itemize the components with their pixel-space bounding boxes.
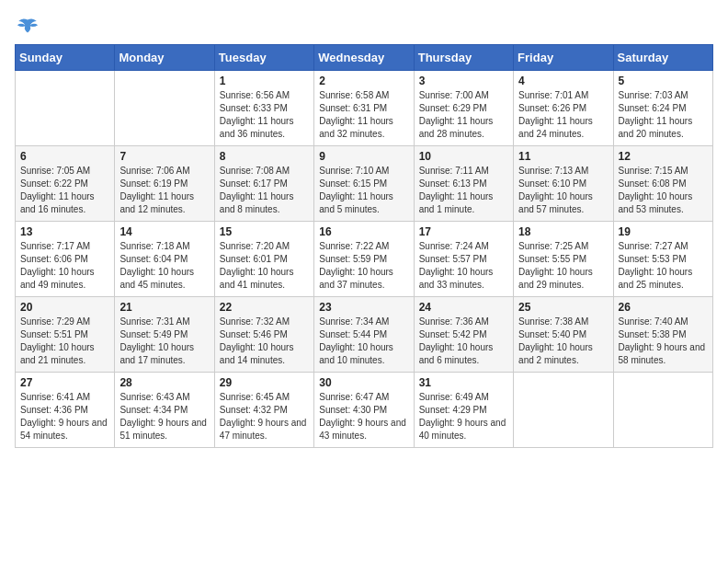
day-number: 5: [619, 75, 708, 87]
calendar-cell: 2Sunrise: 6:58 AMSunset: 6:31 PMDaylight…: [314, 71, 414, 146]
day-info: Sunrise: 7:00 AMSunset: 6:29 PMDaylight:…: [419, 89, 508, 141]
calendar-cell: 21Sunrise: 7:31 AMSunset: 5:49 PMDayligh…: [115, 297, 214, 373]
day-number: 22: [220, 301, 309, 314]
day-number: 9: [319, 150, 408, 163]
header-thursday: Thursday: [414, 45, 513, 71]
calendar-cell: 10Sunrise: 7:11 AMSunset: 6:13 PMDayligh…: [414, 146, 513, 222]
day-info: Sunrise: 7:22 AMSunset: 5:59 PMDaylight:…: [319, 240, 408, 292]
calendar-week-row: 1Sunrise: 6:56 AMSunset: 6:33 PMDaylight…: [16, 71, 713, 146]
day-info: Sunrise: 6:45 AMSunset: 4:32 PMDaylight:…: [220, 391, 309, 442]
day-info: Sunrise: 7:15 AMSunset: 6:08 PMDaylight:…: [619, 165, 708, 216]
day-number: 7: [119, 150, 209, 163]
header-saturday: Saturday: [613, 45, 712, 71]
day-info: Sunrise: 7:17 AMSunset: 6:06 PMDaylight:…: [20, 240, 109, 292]
calendar-cell: 25Sunrise: 7:38 AMSunset: 5:40 PMDayligh…: [514, 297, 613, 373]
calendar-header-row: SundayMondayTuesdayWednesdayThursdayFrid…: [16, 45, 713, 71]
day-info: Sunrise: 7:01 AMSunset: 6:26 PMDaylight:…: [518, 89, 608, 141]
header-monday: Monday: [115, 45, 214, 71]
calendar-week-row: 20Sunrise: 7:29 AMSunset: 5:51 PMDayligh…: [16, 297, 713, 373]
day-number: 16: [319, 225, 408, 238]
day-info: Sunrise: 7:06 AMSunset: 6:19 PMDaylight:…: [119, 165, 209, 216]
day-number: 2: [319, 75, 408, 87]
calendar-cell: 3Sunrise: 7:00 AMSunset: 6:29 PMDaylight…: [414, 71, 513, 146]
calendar-cell: 6Sunrise: 7:05 AMSunset: 6:22 PMDaylight…: [16, 146, 115, 222]
day-info: Sunrise: 6:56 AMSunset: 6:33 PMDaylight:…: [220, 89, 309, 141]
calendar-cell: 7Sunrise: 7:06 AMSunset: 6:19 PMDaylight…: [115, 146, 214, 222]
calendar-cell: 5Sunrise: 7:03 AMSunset: 6:24 PMDaylight…: [613, 71, 712, 146]
day-number: 10: [419, 150, 508, 163]
calendar-cell: 27Sunrise: 6:41 AMSunset: 4:36 PMDayligh…: [16, 373, 115, 448]
calendar-cell: 26Sunrise: 7:40 AMSunset: 5:38 PMDayligh…: [613, 297, 712, 373]
calendar-cell: 15Sunrise: 7:20 AMSunset: 6:01 PMDayligh…: [214, 222, 313, 297]
day-info: Sunrise: 6:43 AMSunset: 4:34 PMDaylight:…: [119, 391, 209, 442]
day-number: 3: [419, 75, 508, 87]
calendar-cell: [613, 373, 712, 448]
calendar-week-row: 27Sunrise: 6:41 AMSunset: 4:36 PMDayligh…: [16, 373, 713, 448]
day-info: Sunrise: 7:36 AMSunset: 5:42 PMDaylight:…: [419, 316, 508, 367]
header-friday: Friday: [514, 45, 613, 71]
day-info: Sunrise: 6:58 AMSunset: 6:31 PMDaylight:…: [319, 89, 408, 141]
day-number: 18: [518, 225, 608, 238]
calendar-cell: 12Sunrise: 7:15 AMSunset: 6:08 PMDayligh…: [613, 146, 712, 222]
day-info: Sunrise: 7:24 AMSunset: 5:57 PMDaylight:…: [419, 240, 508, 292]
calendar-cell: 13Sunrise: 7:17 AMSunset: 6:06 PMDayligh…: [16, 222, 115, 297]
day-number: 15: [220, 225, 309, 238]
day-number: 11: [518, 150, 608, 163]
calendar-cell: 24Sunrise: 7:36 AMSunset: 5:42 PMDayligh…: [414, 297, 513, 373]
calendar-cell: 31Sunrise: 6:49 AMSunset: 4:29 PMDayligh…: [414, 373, 513, 448]
day-info: Sunrise: 7:25 AMSunset: 5:55 PMDaylight:…: [518, 240, 608, 292]
day-info: Sunrise: 7:29 AMSunset: 5:51 PMDaylight:…: [20, 316, 109, 367]
day-info: Sunrise: 7:38 AMSunset: 5:40 PMDaylight:…: [518, 316, 608, 367]
day-number: 25: [518, 301, 608, 314]
calendar-cell: 30Sunrise: 6:47 AMSunset: 4:30 PMDayligh…: [314, 373, 414, 448]
calendar-cell: 8Sunrise: 7:08 AMSunset: 6:17 PMDaylight…: [214, 146, 313, 222]
day-number: 12: [619, 150, 708, 163]
day-info: Sunrise: 7:11 AMSunset: 6:13 PMDaylight:…: [419, 165, 508, 216]
header-wednesday: Wednesday: [314, 45, 414, 71]
day-number: 29: [220, 376, 309, 389]
day-info: Sunrise: 6:41 AMSunset: 4:36 PMDaylight:…: [20, 391, 109, 442]
day-number: 4: [518, 75, 608, 87]
day-info: Sunrise: 7:18 AMSunset: 6:04 PMDaylight:…: [119, 240, 209, 292]
calendar-cell: 11Sunrise: 7:13 AMSunset: 6:10 PMDayligh…: [514, 146, 613, 222]
calendar-week-row: 13Sunrise: 7:17 AMSunset: 6:06 PMDayligh…: [16, 222, 713, 297]
calendar-cell: 17Sunrise: 7:24 AMSunset: 5:57 PMDayligh…: [414, 222, 513, 297]
logo-icon: [15, 15, 40, 40]
calendar-cell: 29Sunrise: 6:45 AMSunset: 4:32 PMDayligh…: [214, 373, 313, 448]
day-number: 28: [119, 376, 209, 389]
day-number: 6: [20, 150, 109, 163]
day-info: Sunrise: 7:05 AMSunset: 6:22 PMDaylight:…: [20, 165, 109, 216]
calendar-cell: 9Sunrise: 7:10 AMSunset: 6:15 PMDaylight…: [314, 146, 414, 222]
day-info: Sunrise: 7:08 AMSunset: 6:17 PMDaylight:…: [220, 165, 309, 216]
day-info: Sunrise: 7:27 AMSunset: 5:53 PMDaylight:…: [619, 240, 708, 292]
calendar-cell: 1Sunrise: 6:56 AMSunset: 6:33 PMDaylight…: [214, 71, 313, 146]
day-number: 20: [20, 301, 109, 314]
day-number: 1: [220, 75, 309, 87]
day-number: 21: [119, 301, 209, 314]
calendar-cell: [115, 71, 214, 146]
logo: [15, 15, 44, 40]
calendar-cell: 28Sunrise: 6:43 AMSunset: 4:34 PMDayligh…: [115, 373, 214, 448]
day-info: Sunrise: 7:13 AMSunset: 6:10 PMDaylight:…: [518, 165, 608, 216]
day-number: 30: [319, 376, 408, 389]
day-info: Sunrise: 7:20 AMSunset: 6:01 PMDaylight:…: [220, 240, 309, 292]
calendar-cell: 23Sunrise: 7:34 AMSunset: 5:44 PMDayligh…: [314, 297, 414, 373]
day-info: Sunrise: 7:32 AMSunset: 5:46 PMDaylight:…: [220, 316, 309, 367]
day-info: Sunrise: 7:10 AMSunset: 6:15 PMDaylight:…: [319, 165, 408, 216]
day-number: 31: [419, 376, 508, 389]
day-number: 14: [119, 225, 209, 238]
header-tuesday: Tuesday: [214, 45, 313, 71]
header-sunday: Sunday: [16, 45, 115, 71]
day-number: 24: [419, 301, 508, 314]
day-number: 8: [220, 150, 309, 163]
page-header: [15, 15, 713, 40]
calendar-cell: 20Sunrise: 7:29 AMSunset: 5:51 PMDayligh…: [16, 297, 115, 373]
day-info: Sunrise: 6:49 AMSunset: 4:29 PMDaylight:…: [419, 391, 508, 442]
day-number: 26: [619, 301, 708, 314]
day-info: Sunrise: 7:40 AMSunset: 5:38 PMDaylight:…: [619, 316, 708, 367]
calendar-cell: 22Sunrise: 7:32 AMSunset: 5:46 PMDayligh…: [214, 297, 313, 373]
calendar-table: SundayMondayTuesdayWednesdayThursdayFrid…: [15, 44, 713, 448]
day-number: 13: [20, 225, 109, 238]
calendar-cell: 18Sunrise: 7:25 AMSunset: 5:55 PMDayligh…: [514, 222, 613, 297]
day-number: 19: [619, 225, 708, 238]
